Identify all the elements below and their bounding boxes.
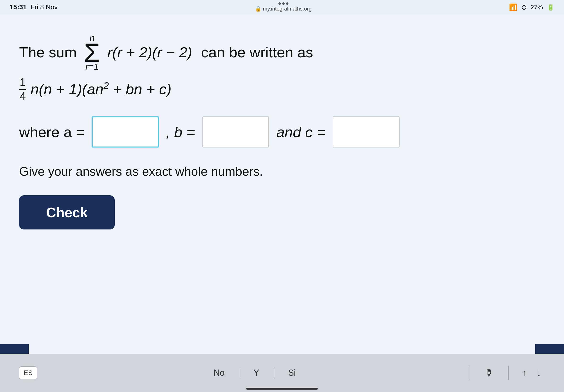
keyboard-suggestion-3[interactable]: Si (274, 368, 310, 378)
keyboard-suggestions-group: No Y Si (44, 368, 465, 378)
dot2 (282, 2, 285, 5)
keyboard-language-button[interactable]: ES (19, 366, 37, 379)
question-container: The sum n Σ r=1 r(r + 2)(r − 2) can be w… (19, 33, 545, 229)
input-b[interactable] (202, 116, 269, 147)
sum-prefix-text: The sum (19, 42, 77, 63)
answer-row: where a = , b = and c = (19, 116, 545, 147)
url-display: 🔒 my.integralmaths.org (255, 6, 312, 12)
fraction-numerator: 1 (20, 76, 26, 88)
keyboard-bar: ES No Y Si 🎙 ↑ ↓ (0, 354, 564, 392)
formula-line2: 1 4 n(n + 1)(an2 + bn + c) (19, 76, 545, 102)
home-indicator (246, 388, 318, 390)
dot3 (286, 2, 289, 5)
microphone-button[interactable]: 🎙 (484, 368, 494, 378)
comma-b-label: , b = (166, 124, 195, 140)
browser-url-bar[interactable]: 🔒 my.integralmaths.org (255, 2, 312, 12)
fraction-bar (19, 89, 26, 90)
fraction-denominator: 4 (20, 90, 26, 102)
keyboard-suggestion-2[interactable]: Y (239, 368, 274, 378)
line2-expression: n(n + 1)(an2 + bn + c) (31, 79, 171, 100)
status-time: 15:31 (10, 3, 27, 11)
formula-line1: The sum n Σ r=1 r(r + 2)(r − 2) can be w… (19, 33, 545, 71)
input-a[interactable] (92, 116, 159, 147)
sigma-bottom-limit: r=1 (85, 62, 99, 71)
keyboard-inner: ES No Y Si 🎙 ↑ ↓ (0, 354, 564, 392)
main-content: The sum n Σ r=1 r(r + 2)(r − 2) can be w… (0, 14, 564, 354)
sigma-symbol: Σ (84, 41, 100, 64)
dot1 (278, 2, 281, 5)
battery-indicator: 27% (531, 4, 543, 11)
check-button[interactable]: Check (19, 195, 115, 229)
lock-icon: 🔒 (255, 6, 261, 12)
summation-symbol: n Σ r=1 (84, 33, 100, 71)
can-be-written: can be written as (197, 42, 313, 63)
status-date: Fri 8 Nov (31, 3, 58, 11)
line1-expression: r(r + 2)(r − 2) (107, 42, 192, 63)
and-c-label: and c = (276, 124, 325, 140)
input-c[interactable] (333, 116, 399, 147)
keyboard-suggestion-1[interactable]: No (199, 368, 239, 378)
fraction-one-quarter: 1 4 (19, 76, 26, 102)
keyboard-arrows: ↑ ↓ (518, 366, 545, 380)
signal-icon: ⊙ (521, 3, 527, 11)
keyboard-divider-2 (508, 366, 509, 380)
battery-icon: 🔋 (547, 4, 554, 11)
where-a-label: where a = (19, 124, 85, 140)
formula-block: The sum n Σ r=1 r(r + 2)(r − 2) can be w… (19, 33, 545, 102)
keyboard-down-arrow[interactable]: ↓ (533, 366, 545, 380)
instruction-text: Give your answers as exact whole numbers… (19, 164, 545, 179)
keyboard-up-arrow[interactable]: ↑ (518, 366, 530, 380)
status-bar: 15:31 Fri 8 Nov 🔒 my.integralmaths.org 📶… (0, 0, 564, 14)
system-icons: 📶 ⊙ 27% 🔋 (509, 3, 554, 11)
wifi-icon: 📶 (509, 3, 517, 11)
